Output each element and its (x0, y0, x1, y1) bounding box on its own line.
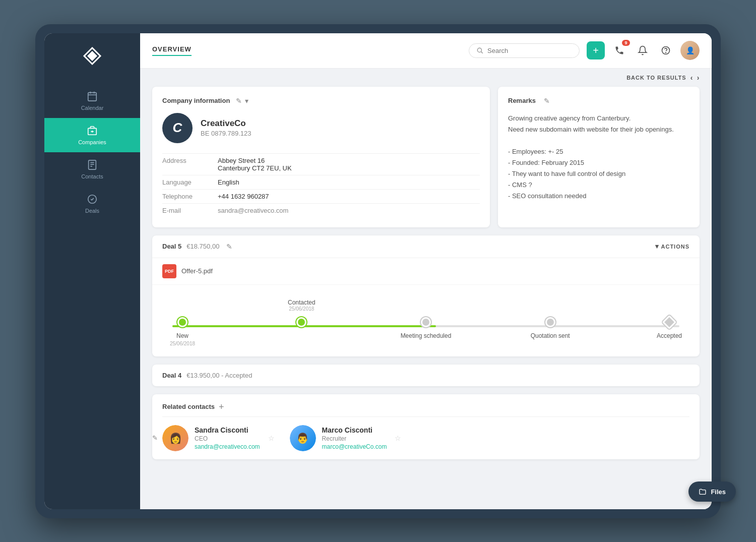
search-input[interactable] (487, 47, 572, 54)
sidebar-item-contacts[interactable]: Contacts (44, 152, 140, 187)
files-label: Files (711, 488, 726, 496)
address-label: Address (162, 153, 218, 175)
page-content: BACK TO RESULTS ‹ › Company information … (140, 69, 712, 509)
stage-meeting-dot (421, 317, 431, 327)
stage-new-dot (177, 317, 187, 327)
address-value: Abbey Street 16 Canterbury CT2 7EU, UK (218, 153, 480, 175)
deal4-title: Deal 4 (162, 372, 181, 379)
back-to-results-link[interactable]: BACK TO RESULTS (626, 75, 686, 81)
email-label: E-mail (162, 203, 218, 217)
company-vat: BE 0879.789.123 (201, 130, 251, 137)
stage-new-label: New (176, 332, 188, 339)
files-button[interactable]: Files (688, 481, 736, 502)
sandra-avatar: 👩 (162, 425, 188, 451)
contact-marco: 👨 Marco Cisconti Recruiter marco@creativ… (290, 425, 402, 451)
remarks-card: Remarks ✎ Growing creative agency from C… (498, 87, 700, 227)
edit-deal5-icon[interactable]: ✎ (226, 243, 232, 251)
search-icon (476, 47, 483, 54)
sidebar-item-calendar[interactable]: Calendar (44, 84, 140, 118)
company-info-table: Address Abbey Street 16 Canterbury CT2 7… (162, 153, 480, 217)
stage-meeting: Meeting scheduled (401, 317, 452, 339)
company-name: CreativeCo (201, 118, 251, 129)
deal5-card: Deal 5 €18.750,00 ✎ ▾ ACTIONS PDF Offer-… (152, 235, 700, 356)
address-row: Address Abbey Street 16 Canterbury CT2 7… (162, 153, 480, 175)
stage-quotation-label: Quotation sent (531, 332, 570, 339)
remarks-title: Remarks (508, 97, 536, 104)
sidebar: Calendar Companies (44, 33, 140, 509)
edit-sandra-icon[interactable]: ✎ (152, 434, 158, 442)
company-info-card: Company information ✎ ▾ C CreativeC (152, 87, 490, 227)
sandra-email[interactable]: sandra@creativeco.com (195, 443, 260, 450)
progress-stages: New 25/06/2018 Contacted 25/06/2018 (162, 317, 689, 346)
deal5-actions-button[interactable]: ▾ ACTIONS (655, 243, 690, 250)
main-content: OVERVIEW + 9 (140, 33, 712, 509)
edit-remarks-icon[interactable]: ✎ (544, 97, 550, 105)
stage-contacted-dot (296, 317, 306, 327)
deal4-card[interactable]: Deal 4 €13.950,00 - Accepted (152, 365, 700, 386)
pdf-icon: PDF (162, 264, 176, 278)
language-label: Language (162, 175, 218, 189)
company-logo: C (162, 113, 193, 143)
marco-name: Marco Cisconti (322, 426, 387, 434)
email-value: sandra@creativeco.com (218, 203, 480, 217)
card-header-actions: ✎ ▾ (236, 97, 248, 105)
collapse-company-icon[interactable]: ▾ (245, 97, 248, 105)
page-title: OVERVIEW (152, 45, 192, 56)
help-button[interactable] (657, 42, 674, 59)
sidebar-nav: Calendar Companies (44, 84, 140, 221)
company-card-title: Company information (162, 97, 230, 104)
svg-line-15 (481, 52, 483, 53)
marco-role: Recruiter (322, 435, 387, 442)
topbar: OVERVIEW + 9 (140, 33, 712, 69)
related-title: Related contacts (162, 403, 215, 410)
related-contacts-card: Related contacts + ✎ 👩 Sandra Cisconti (152, 394, 700, 459)
top-cards-row: Company information ✎ ▾ C CreativeC (140, 87, 712, 235)
language-row: Language English (162, 175, 480, 189)
prev-result-btn[interactable]: ‹ (690, 74, 693, 82)
company-profile: C CreativeCo BE 0879.789.123 (162, 113, 480, 143)
add-contact-button[interactable]: + (219, 402, 224, 411)
deal5-title: Deal 5 (162, 243, 181, 250)
stage-contacted: Contacted 25/06/2018 (281, 317, 322, 332)
sidebar-item-companies[interactable]: Companies (44, 118, 140, 152)
stage-contacted-top-label: Contacted (288, 299, 316, 306)
card-header: Company information ✎ ▾ (162, 97, 480, 105)
svg-rect-2 (88, 92, 97, 101)
app-logo[interactable] (80, 43, 105, 69)
next-result-btn[interactable]: › (697, 74, 700, 82)
marco-star-icon[interactable]: ☆ (395, 434, 401, 442)
sidebar-item-deals[interactable]: Deals (44, 187, 140, 221)
stage-accepted-dot (662, 315, 676, 329)
sandra-name: Sandra Cisconti (195, 426, 260, 434)
remarks-header: Remarks ✎ (508, 97, 689, 105)
telephone-label: Telephone (162, 189, 218, 203)
svg-point-17 (666, 52, 666, 53)
phone-button[interactable]: 9 (611, 42, 628, 59)
marco-avatar: 👨 (290, 425, 316, 451)
contacts-row: ✎ 👩 Sandra Cisconti CEO sandra@creativec… (162, 425, 689, 451)
marco-info: Marco Cisconti Recruiter marco@creativeC… (322, 426, 387, 450)
deal5-file-row: PDF Offer-5.pdf (152, 258, 700, 285)
deal4-amount-status: €13.950,00 - Accepted (186, 372, 252, 379)
user-avatar[interactable]: 👤 (680, 41, 700, 60)
stage-contacted-top-date: 25/06/2018 (288, 306, 316, 312)
back-bar: BACK TO RESULTS ‹ › (140, 69, 712, 87)
stage-accepted: Accepted (649, 317, 689, 339)
notification-badge: 9 (622, 40, 630, 46)
edit-company-icon[interactable]: ✎ (236, 97, 242, 105)
email-row: E-mail sandra@creativeco.com (162, 203, 480, 217)
svg-rect-9 (89, 160, 96, 169)
language-value: English (218, 175, 480, 189)
add-button[interactable]: + (587, 41, 605, 59)
bell-button[interactable] (634, 42, 651, 59)
deal5-progress: New 25/06/2018 Contacted 25/06/2018 (152, 285, 700, 356)
search-box[interactable] (469, 43, 580, 58)
remarks-body: Growing creative agency from Canterbury.… (508, 113, 689, 202)
topbar-actions: + 9 (587, 41, 700, 60)
deal5-file-link[interactable]: Offer-5.pdf (181, 267, 213, 275)
stage-quotation-dot (545, 317, 555, 327)
sandra-star-icon[interactable]: ☆ (268, 434, 275, 442)
marco-email[interactable]: marco@creativeCo.com (322, 443, 387, 450)
telephone-value: +44 1632 960287 (218, 189, 480, 203)
svg-point-14 (477, 48, 481, 52)
